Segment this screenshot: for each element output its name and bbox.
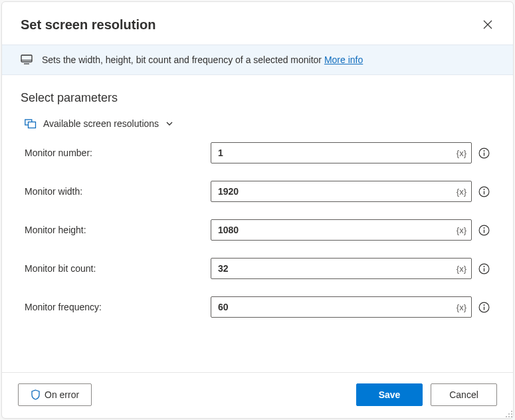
dialog-footer: On error Save Cancel <box>2 372 513 418</box>
svg-point-18 <box>483 304 484 306</box>
on-error-button[interactable]: On error <box>18 383 92 406</box>
banner-text-wrap: Sets the width, height, bit count and fr… <box>42 54 363 65</box>
variable-insert-button[interactable]: {x} <box>457 187 466 197</box>
field-monitor-height: Monitor height: {x} <box>25 219 490 241</box>
monitor-height-label: Monitor height: <box>25 225 205 235</box>
info-icon <box>478 263 490 274</box>
monitor-frequency-input-wrap: {x} <box>211 296 472 318</box>
shield-icon <box>31 389 41 400</box>
svg-point-6 <box>483 150 484 152</box>
more-info-link[interactable]: More info <box>324 54 363 65</box>
svg-point-15 <box>483 266 484 267</box>
monitor-height-input[interactable] <box>211 219 472 241</box>
monitor-bit-count-input-wrap: {x} <box>211 258 472 279</box>
svg-rect-4 <box>29 122 36 128</box>
monitor-height-input-wrap: {x} <box>211 219 472 241</box>
monitor-number-input-wrap: {x} <box>211 142 472 163</box>
dialog: Set screen resolution Sets the width, he… <box>1 1 514 419</box>
monitor-number-label: Monitor number: <box>25 148 205 158</box>
monitor-bit-count-label: Monitor bit count: <box>25 263 205 274</box>
variable-insert-button[interactable]: {x} <box>457 225 466 235</box>
monitor-icon <box>21 54 33 65</box>
monitor-width-info[interactable] <box>477 185 490 198</box>
available-resolutions-toggle[interactable]: Available screen resolutions <box>25 118 490 129</box>
monitor-width-input-wrap: {x} <box>211 181 472 202</box>
dialog-body: Select parameters Available screen resol… <box>2 75 513 372</box>
svg-point-9 <box>483 189 484 190</box>
available-resolutions-label: Available screen resolutions <box>43 118 159 129</box>
chevron-down-icon <box>165 120 173 128</box>
footer-right: Save Cancel <box>356 383 497 406</box>
monitor-width-input[interactable] <box>211 181 472 202</box>
info-icon <box>478 186 490 197</box>
cancel-button[interactable]: Cancel <box>431 383 497 406</box>
save-button[interactable]: Save <box>356 383 423 406</box>
variable-insert-button[interactable]: {x} <box>457 264 466 274</box>
info-icon <box>478 148 490 159</box>
field-monitor-frequency: Monitor frequency: {x} <box>25 296 490 318</box>
banner-text: Sets the width, height, bit count and fr… <box>42 54 324 65</box>
dialog-title: Set screen resolution <box>21 17 155 33</box>
dialog-header: Set screen resolution <box>2 2 513 45</box>
variable-insert-button[interactable]: {x} <box>457 148 466 158</box>
monitor-number-input[interactable] <box>211 142 472 163</box>
monitor-bit-count-input[interactable] <box>211 258 472 279</box>
field-monitor-width: Monitor width: {x} <box>25 181 490 202</box>
save-label: Save <box>379 389 401 400</box>
variables-icon <box>25 118 37 129</box>
field-monitor-bit-count: Monitor bit count: {x} <box>25 258 490 279</box>
info-banner: Sets the width, height, bit count and fr… <box>2 45 513 75</box>
on-error-label: On error <box>45 389 79 400</box>
close-icon <box>483 20 492 29</box>
monitor-width-label: Monitor width: <box>25 186 205 197</box>
svg-rect-0 <box>21 55 32 62</box>
field-monitor-number: Monitor number: {x} <box>25 142 490 163</box>
section-title: Select parameters <box>21 91 494 105</box>
variable-insert-button[interactable]: {x} <box>457 302 466 312</box>
monitor-frequency-input[interactable] <box>211 296 472 318</box>
monitor-number-info[interactable] <box>477 146 490 159</box>
cancel-label: Cancel <box>449 389 478 400</box>
monitor-frequency-label: Monitor frequency: <box>25 302 205 312</box>
svg-point-12 <box>483 227 484 229</box>
info-icon <box>478 302 490 313</box>
close-button[interactable] <box>478 15 497 34</box>
monitor-frequency-info[interactable] <box>477 300 490 314</box>
info-icon <box>478 225 490 236</box>
monitor-height-info[interactable] <box>477 223 490 237</box>
monitor-bit-count-info[interactable] <box>477 262 490 275</box>
